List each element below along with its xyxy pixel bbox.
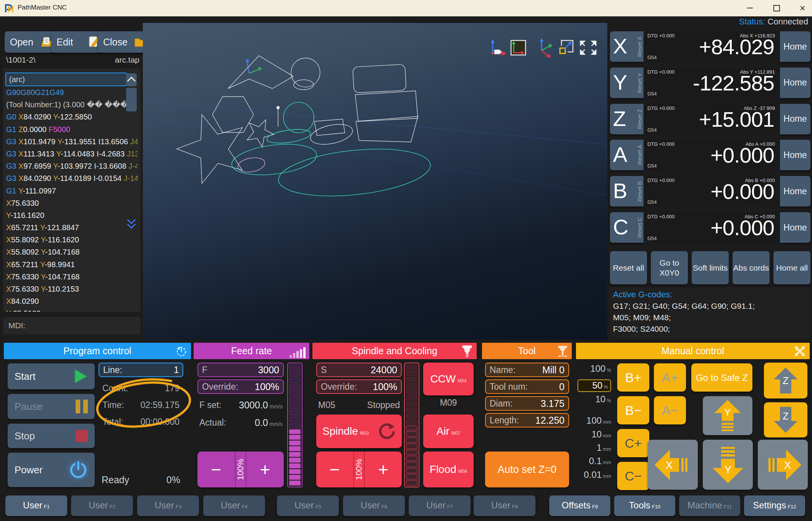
tool-field-name[interactable]: Name:Mill 0 — [485, 363, 569, 377]
mdi-input[interactable]: MDI: — [3, 317, 141, 334]
settings-f12-button[interactable]: SettingsF12 — [744, 495, 805, 516]
jog-step-10%[interactable]: 10% — [577, 394, 611, 407]
user-f5-button[interactable]: UserF5 — [277, 495, 339, 516]
jog-c-plus-button[interactable]: C+ — [617, 429, 649, 457]
jog-z-plus-button[interactable]: Z — [764, 363, 807, 398]
dro-button-reset-all[interactable]: Reset all — [610, 251, 647, 284]
start-button[interactable]: Start — [8, 363, 95, 389]
jog-step-50%[interactable]: 50% — [577, 379, 611, 392]
scroll-up-button[interactable] — [126, 73, 137, 86]
gcode-line[interactable]: G1 Z0.0000 F5000 — [6, 123, 137, 135]
dro-reset-a-button[interactable]: A Reset A — [610, 140, 644, 170]
auto-set-z-button[interactable]: Auto set Z=0 — [485, 452, 569, 487]
gcode-line[interactable]: G0 X84.0290 Y-122.5850 — [6, 111, 137, 123]
feed-minus-button[interactable]: − — [197, 452, 235, 487]
gcode-line[interactable]: X75.6330 Y-104.7168 — [6, 271, 137, 283]
gcode-line[interactable]: X75.6330 — [6, 197, 137, 209]
dro-value-display[interactable]: DTG +0.000 Abs B +0.000 +0.000 G54 — [644, 176, 778, 206]
dro-reset-z-button[interactable]: Z Reset Z — [610, 104, 644, 134]
jog-a-minus-button[interactable]: A− — [654, 396, 686, 424]
jog-b-minus-button[interactable]: B− — [617, 396, 649, 424]
gcode-line[interactable]: X65.7211 Y-121.8847 — [6, 221, 137, 234]
dro-reset-b-button[interactable]: B Reset B — [610, 176, 644, 206]
feed-plus-button[interactable]: + — [246, 452, 284, 487]
spindle-override-gauge[interactable] — [404, 363, 419, 487]
gcode-line[interactable]: G3 X111.3413 Y-114.0483 I-4.2683 J13.650… — [6, 148, 137, 160]
jog-c-minus-button[interactable]: C− — [617, 462, 649, 490]
dro-home-z-button[interactable]: Home — [780, 104, 810, 134]
spindle-ccw-button[interactable]: CCWM04 — [423, 363, 474, 395]
gcode-line[interactable]: Y-116.1620 — [6, 209, 137, 221]
scrollbar-thumb[interactable] — [126, 88, 137, 111]
tools-f10-button[interactable]: ToolsF10 — [614, 495, 675, 516]
jog-step-100mm[interactable]: 100mm — [577, 415, 611, 428]
close-window-button[interactable]: × — [794, 0, 811, 16]
dro-home-a-button[interactable]: Home — [780, 140, 810, 170]
gcode-line[interactable]: X55.8092 Y-116.1620 — [6, 234, 137, 246]
scroll-down-button[interactable] — [126, 216, 137, 229]
gcode-line[interactable]: G1 Y-111.0997 — [6, 185, 137, 197]
spindle-s-field[interactable]: S 24000 — [316, 363, 402, 377]
gcode-line[interactable]: Y-95.5180 — [6, 307, 137, 312]
dro-reset-y-button[interactable]: Y Reset Y — [610, 68, 644, 98]
dro-button-home-all[interactable]: Home all — [773, 251, 810, 284]
pause-button[interactable]: Pause — [8, 394, 95, 419]
gcode-selected-line[interactable]: (arc) — [5, 73, 127, 86]
jog-x-minus-button[interactable]: X — [648, 440, 698, 490]
gcode-line[interactable]: G3 X84.0290 Y-114.0189 I-0.0154 J-14.310… — [6, 172, 137, 184]
user-f6-button[interactable]: UserF6 — [343, 495, 405, 516]
stop-button[interactable]: Stop — [8, 424, 95, 448]
gcode-line[interactable]: X55.8092 Y-104.7168 — [6, 246, 137, 258]
view-plane-icon[interactable] — [511, 40, 526, 55]
maximize-button[interactable] — [768, 0, 785, 16]
dro-home-c-button[interactable]: Home — [780, 212, 810, 243]
gcode-line[interactable]: G90G80G21G49 — [6, 86, 137, 98]
dro-reset-c-button[interactable]: C Reset C — [610, 212, 644, 243]
jog-step-1mm[interactable]: 1mm — [577, 442, 611, 455]
tool-field-length[interactable]: Length:12.250 — [485, 413, 569, 427]
machine-f11-button[interactable]: MachineF11 — [679, 495, 740, 516]
dro-value-display[interactable]: DTG +0.000 Abs C +0.000 +0.000 G54 — [644, 212, 778, 243]
go-to-safe-z-button[interactable]: Go to Safe Z — [691, 363, 752, 392]
gcode-line[interactable]: G3 X97.6959 Y-103.9972 I-13.6608 J-4.268… — [6, 160, 137, 172]
spindle-cw-button[interactable]: SpindleM03 — [316, 415, 402, 448]
zoom-extents-icon[interactable] — [560, 40, 573, 53]
jog-b-plus-button[interactable]: B+ — [617, 363, 649, 392]
dro-reset-x-button[interactable]: X Reset X — [610, 31, 644, 62]
gcode-line[interactable]: G3 X101.9479 Y-131.9551 I13.6506 J4.2683 — [6, 135, 137, 148]
dro-home-b-button[interactable]: Home — [780, 176, 810, 206]
minimize-button[interactable] — [741, 0, 759, 16]
dro-button-soft-limits[interactable]: Soft limits — [692, 251, 729, 284]
spindle-minus-button[interactable]: − — [316, 452, 353, 487]
user-f3-button[interactable]: UserF3 — [137, 495, 199, 516]
gcode-line[interactable]: X84.0290 — [6, 295, 137, 307]
feed-f-field[interactable]: F 3000 — [197, 363, 284, 377]
dro-value-display[interactable]: DTG +0.000 Abs Z -37.909 +15.001 G54 — [644, 104, 778, 134]
view-isometric-icon[interactable] — [540, 38, 552, 58]
fit-view-icon[interactable] — [581, 41, 596, 54]
tool-field-tool-num[interactable]: Tool num:0 — [485, 379, 569, 394]
dro-home-y-button[interactable]: Home — [780, 68, 810, 98]
flood-button[interactable]: FloodM08 — [423, 452, 474, 487]
jog-z-minus-button[interactable]: Z — [764, 402, 807, 437]
dro-value-display[interactable]: DTG +0.000 Abs X +116.923 +84.029 G54 — [644, 31, 778, 62]
gcode-line[interactable]: X75.6330 Y-110.2153 — [6, 283, 137, 295]
open-button[interactable]: Open — [5, 31, 58, 53]
spindle-plus-button[interactable]: + — [365, 452, 402, 487]
program-field-line[interactable]: Line:1 — [99, 363, 183, 377]
view-tool-axes-icon[interactable] — [491, 39, 506, 56]
gcode-line[interactable]: X65.7211 Y-98.9941 — [6, 258, 137, 271]
jog-y-plus-button[interactable]: Y — [703, 396, 752, 435]
tool-field-diam[interactable]: Diam:3.175 — [485, 396, 569, 411]
user-f8-button[interactable]: UserF8 — [474, 495, 535, 516]
edit-button[interactable]: Edit — [51, 31, 105, 53]
jog-x-plus-button[interactable]: X — [758, 440, 808, 490]
jog-y-minus-button[interactable]: Y — [703, 440, 753, 490]
jog-step-10mm[interactable]: 10mm — [577, 429, 611, 442]
dro-value-display[interactable]: DTG +0.000 Abs A +0.000 +0.000 G54 — [644, 140, 778, 170]
feed-override-gauge[interactable] — [287, 363, 302, 487]
jog-a-plus-button[interactable]: A+ — [654, 363, 686, 392]
offsets-f9-button[interactable]: OffsetsF9 — [549, 495, 610, 516]
user-f1-button[interactable]: UserF1 — [5, 495, 67, 516]
jog-step-100%[interactable]: 100% — [577, 363, 611, 376]
